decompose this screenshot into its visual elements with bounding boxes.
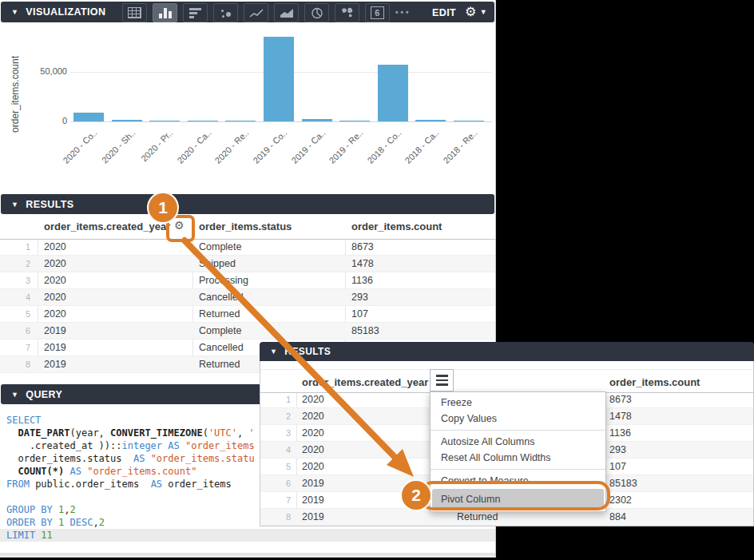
table-header-row: order_items.created_year ⚙ order_items.s… [0, 214, 495, 240]
y-tick-50000: 50,000 [3, 66, 67, 76]
cell-status: Returned [457, 511, 498, 522]
cell-num: 2 [0, 259, 30, 268]
viz-type-single-value-icon[interactable]: 6 [365, 3, 390, 22]
cell-status: Processing [199, 275, 248, 286]
cell-num: 7 [0, 343, 30, 352]
cell-count: 85183 [609, 478, 637, 489]
viz-settings-button[interactable]: ⚙ ▼ [465, 4, 487, 19]
overlay-results-title: RESULTS [284, 346, 331, 357]
bar-2018 - Re..[interactable] [454, 121, 484, 121]
cell-year: 2019 [44, 325, 66, 336]
cell-num: 6 [0, 326, 30, 336]
column-header-status[interactable]: order_items.status [199, 220, 292, 232]
cell-year: 2020 [44, 275, 66, 286]
cell-year: 2020 [44, 241, 66, 252]
cell-status: Cancelled [199, 342, 244, 353]
collapse-caret-icon[interactable]: ▼ [11, 391, 18, 399]
table-row[interactable]: 62019Complete85183 [0, 323, 495, 340]
bar-2020 - Co..[interactable] [73, 113, 104, 121]
cell-year: 2020 [44, 292, 66, 303]
cell-count: 1478 [351, 258, 374, 269]
cell-count: 1478 [609, 411, 632, 422]
menu-item-copy-values[interactable]: Copy Values [431, 411, 605, 427]
table-row[interactable]: 32020Processing1136 [0, 272, 495, 289]
viz-type-line-icon[interactable] [244, 3, 268, 22]
viz-type-pie-icon[interactable] [304, 3, 329, 22]
bar-2020 - Ca..[interactable] [188, 121, 218, 121]
viz-type-column-icon[interactable] [153, 3, 177, 22]
x-axis-line [70, 121, 492, 122]
column-header-count[interactable]: order_items.count [351, 220, 442, 232]
column-header-count[interactable]: order_items.count [609, 376, 700, 388]
more-viz-types-icon[interactable]: ••• [395, 8, 411, 17]
viz-type-scatter-icon[interactable] [213, 3, 238, 22]
menu-item-autosize-all-columns[interactable]: Autosize All Columns [431, 434, 605, 450]
viz-type-bar-icon[interactable] [183, 3, 208, 22]
viz-type-buttons: 6 [122, 3, 390, 22]
cell-count: 85183 [351, 325, 379, 336]
menu-divider [431, 430, 605, 431]
cell-year: 2020 [302, 427, 324, 439]
menu-item-reset-all-column-widths[interactable]: Reset All Column Widths [431, 450, 605, 466]
visualization-title: VISUALIZATION [26, 6, 105, 18]
collapse-caret-icon[interactable]: ▼ [270, 348, 277, 355]
cell-num: 5 [0, 309, 30, 319]
cell-num: 3 [260, 428, 291, 438]
column-menu-button[interactable] [430, 369, 454, 391]
cell-status: Returned [199, 308, 240, 320]
table-row[interactable]: 52020Returned107 [0, 306, 495, 323]
cell-count: 107 [351, 308, 368, 320]
cell-year: 2019 [44, 359, 66, 370]
cell-num: 3 [0, 276, 30, 285]
menu-item-freeze[interactable]: Freeze [431, 395, 605, 411]
column-header-created-year[interactable]: order_items.created_year [302, 376, 428, 388]
cell-num: 8 [260, 512, 291, 522]
window-bottom-edge [0, 553, 495, 556]
bar-2019 - Re..[interactable] [339, 121, 370, 121]
cell-year: 2019 [44, 342, 66, 353]
collapse-caret-icon[interactable]: ▼ [11, 201, 18, 209]
visualization-panel-header: ▼ VISUALIZATION 6 ••• EDIT ⚙ ▼ [1, 2, 494, 22]
table-row[interactable]: 22020Shipped1478 [0, 256, 495, 272]
bar-2018 - Ca..[interactable] [415, 120, 446, 121]
column-header-created-year[interactable]: order_items.created_year [44, 220, 170, 232]
bar-2019 - Ca..[interactable] [302, 119, 332, 121]
cell-num: 2 [260, 411, 291, 421]
cell-year: 2019 [302, 494, 324, 506]
cell-year: 2020 [302, 394, 324, 405]
results-panel-header: ▼ RESULTS [1, 194, 494, 214]
cell-num: 6 [260, 479, 291, 488]
bar-2018 - Co..[interactable] [378, 65, 408, 121]
bar-2020 - Pr..[interactable] [149, 121, 180, 121]
cell-status: Cancelled [199, 292, 244, 303]
cell-num: 4 [260, 445, 291, 455]
collapse-caret-icon[interactable]: ▼ [11, 8, 18, 16]
cell-status: Complete [199, 325, 242, 336]
cell-year: 2020 [44, 258, 66, 269]
cell-status: Shipped [199, 258, 236, 269]
cell-count: 293 [609, 444, 626, 455]
annotation-pivot-highlight [421, 481, 610, 510]
cell-count: 1136 [609, 427, 631, 439]
viz-type-area-icon[interactable] [274, 3, 299, 22]
bar-2020 - Sh..[interactable] [112, 120, 142, 121]
cell-year: 2020 [302, 444, 324, 455]
annotation-step-2-badge: 2 [400, 479, 432, 511]
table-row[interactable]: 42020Cancelled293 [0, 289, 495, 306]
bar-2020 - Re..[interactable] [225, 121, 256, 121]
viz-type-map-icon[interactable] [335, 3, 359, 22]
bar-2019 - Co..[interactable] [264, 37, 294, 121]
y-axis-label: order_items.count [10, 43, 21, 145]
cell-count: 1136 [351, 275, 373, 286]
chevron-down-icon: ▼ [480, 8, 487, 16]
cell-count: 884 [609, 511, 626, 522]
table-row[interactable]: 12020Complete8673 [0, 239, 495, 256]
edit-button[interactable]: EDIT [432, 7, 456, 18]
cell-num: 4 [0, 292, 30, 302]
annotation-step-1-badge: 1 [147, 192, 179, 224]
cell-year: 2019 [302, 478, 324, 489]
viz-type-table-icon[interactable] [122, 3, 147, 22]
cell-count: 8673 [609, 394, 632, 405]
cell-year: 2020 [302, 461, 324, 472]
cell-count: 2302 [609, 494, 632, 506]
